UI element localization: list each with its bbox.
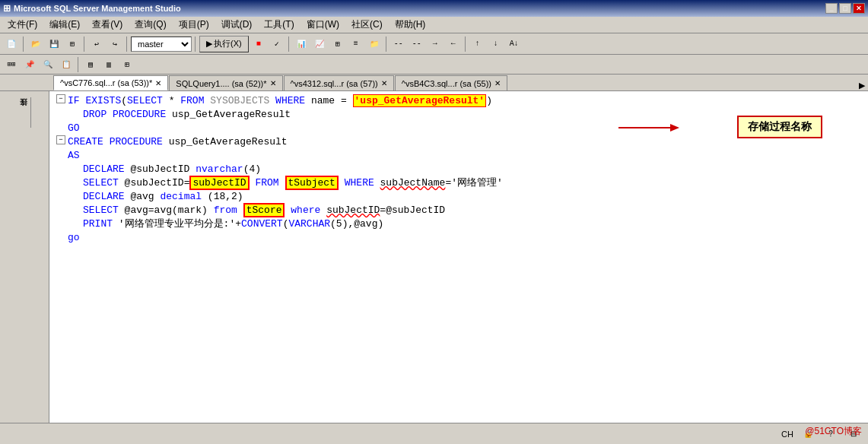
menu-window[interactable]: 窗口(W): [300, 17, 345, 33]
code-line-5: AS: [56, 149, 862, 163]
expand-4[interactable]: −: [56, 135, 65, 144]
results-to-text[interactable]: ≡: [348, 36, 364, 52]
results-to-grid[interactable]: ⊞: [329, 36, 346, 52]
code-line-11: go: [56, 231, 862, 245]
code-line-8: DECLARE @avg decimal (18,2): [56, 190, 862, 204]
gutter-1: −: [56, 94, 68, 103]
execute-button[interactable]: ▶ 执行(X): [199, 36, 249, 52]
toolbar-sep-4: [195, 36, 196, 52]
menu-file[interactable]: 文件(F): [2, 17, 43, 33]
window-controls: _ □ ✕: [825, 3, 865, 14]
tab-bar: ^vsC776.sql...r (sa (53))* ✕ SQLQuery1..…: [0, 75, 868, 91]
toolbar-sep-2: [84, 36, 85, 52]
close-button[interactable]: ✕: [853, 3, 865, 14]
svg-marker-1: [670, 124, 679, 132]
sort-asc-button[interactable]: ↑: [469, 36, 486, 52]
menu-help[interactable]: 帮助(H): [389, 17, 432, 33]
toolbar-sep-7: [465, 36, 466, 52]
filter-button[interactable]: A↓: [506, 36, 523, 52]
stop-button[interactable]: ■: [250, 36, 267, 52]
include-client-stats[interactable]: 📈: [311, 36, 328, 52]
tb2-btn2[interactable]: 📌: [21, 56, 38, 73]
annotation-box: 存储过程名称: [737, 116, 822, 138]
menu-project[interactable]: 项目(P): [173, 17, 215, 33]
parse-button[interactable]: ✓: [269, 36, 285, 52]
tb2-btn4[interactable]: 📋: [58, 56, 75, 73]
title-bar-text: Microsoft SQL Server Management Studio: [14, 4, 181, 13]
tab-3[interactable]: ^vsB4C3.sql...r (sa (55)) ✕: [395, 75, 507, 90]
watermark: @51CTO博客: [805, 425, 862, 438]
outdent-button[interactable]: ←: [445, 36, 462, 52]
tab-3-close[interactable]: ✕: [494, 79, 501, 87]
left-panel: 连接: [0, 91, 49, 423]
tab-scroll-right[interactable]: ▶: [859, 81, 868, 90]
indent-button[interactable]: →: [427, 36, 444, 52]
toolbar-secondary: ⊞⊞ 📌 🔍 📋 ▤ ▥ ⊞: [0, 55, 868, 75]
code-line-1: − IF EXISTS(SELECT * FROM SYSOBJECTS WHE…: [56, 94, 862, 108]
code-line-10: PRINT '网络管理专业平均分是:'+CONVERT(VARCHAR(5),@…: [56, 217, 862, 231]
tb2-btn3[interactable]: 🔍: [40, 56, 56, 73]
title-bar: ⊞ Microsoft SQL Server Management Studio…: [0, 0, 868, 17]
save-button[interactable]: 💾: [46, 36, 62, 52]
tb2-btn6[interactable]: ▥: [100, 56, 117, 73]
menu-tools[interactable]: 工具(T): [258, 17, 300, 33]
menu-view[interactable]: 查看(V): [86, 17, 129, 33]
code-editor[interactable]: 存储过程名称 − IF EXISTS(SELECT * FROM SYSOBJE…: [49, 91, 868, 423]
toolbar-sep-3: [126, 36, 128, 52]
toolbar-sep-1: [23, 36, 24, 52]
tab-0[interactable]: ^vsC776.sql...r (sa (53))* ✕: [53, 75, 168, 90]
save-all-button[interactable]: ⊞: [64, 36, 81, 52]
toolbar-sep-5: [288, 36, 290, 52]
toolbar-sep-6: [386, 36, 387, 52]
status-bar: CH 🔒 ? ⊟: [0, 423, 868, 444]
minimize-button[interactable]: _: [825, 3, 838, 14]
gutter-4: −: [56, 135, 68, 144]
tb2-btn5[interactable]: ▤: [82, 56, 99, 73]
title-bar-icon: ⊞: [3, 3, 11, 14]
code-line-6: DECLARE @subJectID nvarchar(4): [56, 163, 862, 176]
menu-debug[interactable]: 调试(D): [215, 17, 259, 33]
execute-icon: ▶: [206, 39, 212, 49]
left-divider: [30, 97, 31, 128]
code-line-9: SELECT @avg=avg(mark) from tScore where …: [56, 204, 862, 217]
code-line-7: SELECT @subJectID=subJectID FROM tSubjec…: [56, 176, 862, 190]
tab-1[interactable]: SQLQuery1.... (sa (52))* ✕: [169, 75, 282, 90]
menu-query[interactable]: 查询(Q): [129, 17, 172, 33]
toolbar-main: 📄 📂 💾 ⊞ ↩ ↪ master ▶ 执行(X) ■ ✓ 📊 📈 ⊞ ≡ 📁…: [0, 33, 868, 55]
uncomment-button[interactable]: --: [409, 36, 425, 52]
new-query-button[interactable]: 📄: [3, 36, 20, 52]
include-query-plan[interactable]: 📊: [293, 36, 310, 52]
database-selector[interactable]: master: [131, 36, 192, 52]
tab-2[interactable]: ^vs4312.sql...r (sa (57)) ✕: [284, 75, 394, 90]
ch-label: CH: [781, 430, 793, 439]
results-to-file[interactable]: 📁: [366, 36, 383, 52]
kw-if-exists: IF EXISTS: [68, 95, 121, 106]
undo-button[interactable]: ↩: [88, 36, 105, 52]
toolbar2-sep-1: [78, 57, 79, 72]
maximize-button[interactable]: □: [839, 3, 851, 14]
expand-1[interactable]: −: [56, 94, 65, 103]
main-area: 连接 存储过程名称 − IF EXISTS(SELECT * FROM SYSO…: [0, 91, 868, 423]
menu-edit[interactable]: 编辑(E): [43, 17, 86, 33]
tb2-btn1[interactable]: ⊞⊞: [3, 56, 20, 73]
annotation-arrow: [618, 120, 679, 135]
redo-button[interactable]: ↪: [107, 36, 123, 52]
tab-2-close[interactable]: ✕: [381, 79, 387, 87]
menu-bar: 文件(F) 编辑(E) 查看(V) 查询(Q) 项目(P) 调试(D) 工具(T…: [0, 17, 868, 33]
tb2-btn7[interactable]: ⊞: [119, 56, 135, 73]
sort-desc-button[interactable]: ↓: [488, 36, 504, 52]
tab-0-close[interactable]: ✕: [155, 79, 161, 87]
comment-button[interactable]: --: [390, 36, 407, 52]
menu-community[interactable]: 社区(C): [345, 17, 389, 33]
tab-1-close[interactable]: ✕: [270, 79, 276, 87]
open-button[interactable]: 📂: [27, 36, 44, 52]
